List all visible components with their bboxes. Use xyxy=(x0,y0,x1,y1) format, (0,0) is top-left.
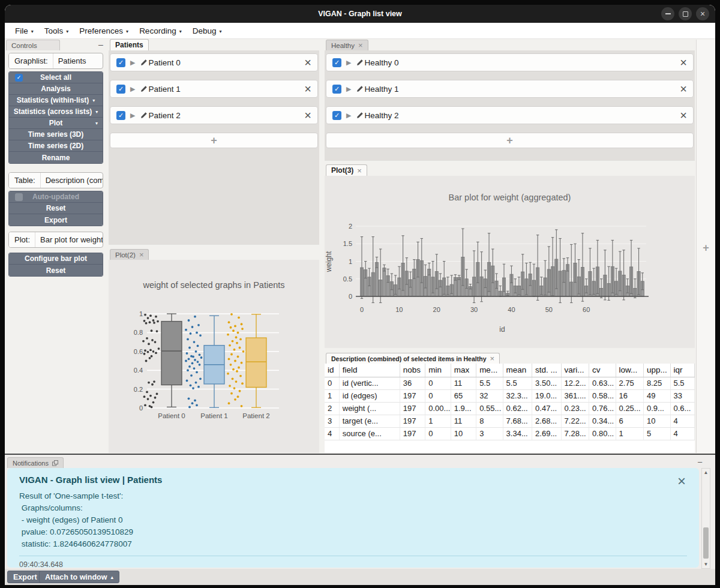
table-row[interactable]: 1id (edges)1970653232.3...19.0...361....… xyxy=(325,389,695,402)
column-header-min[interactable]: min xyxy=(425,364,451,377)
close-item-icon[interactable]: × xyxy=(680,83,687,95)
attach-to-window-button[interactable]: Attach to window▴ xyxy=(39,571,119,583)
sidebar-button-export[interactable]: Export xyxy=(9,214,103,226)
tab-plot3-close-icon[interactable]: × xyxy=(357,166,362,175)
sidebar-button-analysis[interactable]: Analysis xyxy=(9,83,103,95)
item-checkbox-checked[interactable]: ✓ xyxy=(332,111,341,120)
sidebar-button-plot[interactable]: Plot▾ xyxy=(9,118,103,129)
column-header-low[interactable]: low... xyxy=(616,364,643,377)
graphlist-combo[interactable]: Graphlist: Patients xyxy=(8,53,103,69)
sidebar-button-auto-updated[interactable]: Auto-updated xyxy=(9,191,103,203)
column-header-mean[interactable]: mean xyxy=(503,364,532,377)
table-row[interactable]: 4source (e...19701033.34...2.69...7.28..… xyxy=(325,427,695,440)
tab-plot3[interactable]: Plot(3)× xyxy=(326,164,367,176)
tab-description-table[interactable]: Description (combined) of selected items… xyxy=(326,353,500,364)
scroll-down-icon[interactable]: ▼ xyxy=(702,562,710,567)
sidebar-button-time-series-2d[interactable]: Time series (2D) xyxy=(9,140,103,152)
checkbox-unchecked-icon[interactable] xyxy=(15,193,23,201)
tab-healthy[interactable]: Healthy× xyxy=(326,40,368,50)
item-checkbox-checked[interactable]: ✓ xyxy=(332,85,341,94)
scroll-up-icon[interactable]: ▲ xyxy=(702,470,710,475)
column-header-iqr[interactable]: iqr xyxy=(670,364,695,377)
item-checkbox-checked[interactable]: ✓ xyxy=(332,58,341,67)
item-checkbox-checked[interactable]: ✓ xyxy=(116,85,125,94)
edit-pencil-icon[interactable] xyxy=(140,85,148,93)
expand-arrow-icon[interactable]: ▶ xyxy=(346,59,351,67)
close-item-icon[interactable]: × xyxy=(680,109,687,121)
sidebar-button-rename[interactable]: Rename xyxy=(9,152,103,163)
titlebar[interactable]: VIGAN - Graph list view × xyxy=(5,5,715,23)
close-item-icon[interactable]: × xyxy=(304,109,311,121)
edit-pencil-icon[interactable] xyxy=(356,59,364,67)
expand-arrow-icon[interactable]: ▶ xyxy=(346,112,351,119)
add-graph-button[interactable]: + xyxy=(326,133,694,148)
tab-plot2[interactable]: Plot(2)× xyxy=(110,249,149,260)
sidebar-button-reset[interactable]: Reset xyxy=(9,265,103,276)
edit-pencil-icon[interactable] xyxy=(356,112,364,119)
column-header-me[interactable]: me... xyxy=(476,364,503,377)
item-checkbox-checked[interactable]: ✓ xyxy=(116,58,125,67)
menu-preferences[interactable]: Preferences▾ xyxy=(74,24,134,38)
menu-tools[interactable]: Tools▾ xyxy=(39,24,74,38)
close-item-icon[interactable]: × xyxy=(304,56,311,68)
add-graph-button[interactable]: + xyxy=(110,133,318,148)
column-header-nobs[interactable]: nobs xyxy=(400,364,425,377)
table-combo[interactable]: Table: Description (combined) xyxy=(8,172,103,188)
menu-recording[interactable]: Recording▾ xyxy=(134,24,187,38)
tab-healthy-close-icon[interactable]: × xyxy=(358,41,363,50)
table-row[interactable]: 3target (e...19711187.68...2.68...7.22..… xyxy=(325,415,695,427)
new-list-tab-button[interactable]: + xyxy=(697,242,715,254)
column-header-vari[interactable]: vari... xyxy=(561,364,589,377)
close-item-icon[interactable]: × xyxy=(304,83,311,95)
tab-description-table-close-icon[interactable]: × xyxy=(490,354,494,363)
menu-file[interactable]: File▾ xyxy=(10,24,39,38)
export-notifications-button[interactable]: Export xyxy=(7,571,43,583)
edit-pencil-icon[interactable] xyxy=(356,85,364,93)
sidebar-button-reset[interactable]: Reset xyxy=(9,203,103,214)
checkbox-checked-icon[interactable]: ✓ xyxy=(15,74,23,82)
graph-item-healthy-2[interactable]: ✓▶Healthy 2× xyxy=(326,106,694,124)
sidebar-button-time-series-3d[interactable]: Time series (3D) xyxy=(9,129,103,140)
edit-pencil-icon[interactable] xyxy=(140,59,148,67)
column-header-max[interactable]: max xyxy=(451,364,476,377)
plot-combo[interactable]: Plot: Bar plot for weight xyxy=(8,232,103,248)
tab-plot2-close-icon[interactable]: × xyxy=(139,250,144,259)
detach-window-icon[interactable] xyxy=(52,460,58,466)
graph-item-patient-2[interactable]: ✓▶Patient 2× xyxy=(110,106,318,124)
close-button[interactable]: × xyxy=(696,7,709,20)
graph-item-healthy-1[interactable]: ✓▶Healthy 1× xyxy=(326,80,694,98)
menu-debug[interactable]: Debug▾ xyxy=(187,24,227,38)
sidebar-button-select-all[interactable]: ✓Select all xyxy=(9,72,103,83)
minimize-notifications-icon[interactable]: – xyxy=(698,457,702,466)
sidebar-button-configure-bar-plot[interactable]: Configure bar plot xyxy=(9,253,103,265)
sidebar-button-statistics-within-list[interactable]: Statistics (within-list)▾ xyxy=(9,95,103,106)
item-checkbox-checked[interactable]: ✓ xyxy=(116,111,125,120)
graph-item-patient-0[interactable]: ✓▶Patient 0× xyxy=(110,53,318,71)
expand-arrow-icon[interactable]: ▶ xyxy=(130,59,135,67)
graph-item-patient-1[interactable]: ✓▶Patient 1× xyxy=(110,80,318,98)
expand-arrow-icon[interactable]: ▶ xyxy=(130,112,135,119)
notification-close-icon[interactable]: × xyxy=(677,474,686,488)
notifications-scrollbar[interactable]: ▲ ▼ xyxy=(701,468,710,569)
tab-notifications[interactable]: Notifications xyxy=(7,457,64,468)
tab-patients[interactable]: Patients xyxy=(110,39,149,50)
maximize-button[interactable] xyxy=(679,7,692,20)
graph-item-healthy-0[interactable]: ✓▶Healthy 0× xyxy=(326,53,694,71)
sidebar-button-statistics-across-lists[interactable]: Statistics (across lists)▾ xyxy=(9,106,103,118)
expand-arrow-icon[interactable]: ▶ xyxy=(130,85,135,93)
column-header-upp[interactable]: upp... xyxy=(644,364,670,377)
minimize-button[interactable] xyxy=(661,7,674,20)
expand-arrow-icon[interactable]: ▶ xyxy=(346,85,351,93)
table-row[interactable]: 0id (vertic...360115.55.53.50...12.2...0… xyxy=(325,377,695,389)
collapse-controls-button[interactable]: – xyxy=(96,40,106,49)
tab-controls[interactable]: Controls xyxy=(6,40,60,50)
scroll-thumb[interactable] xyxy=(703,527,709,559)
table-row[interactable]: 2weight (...1970.00...1.9...0.55...0.62.… xyxy=(325,402,695,415)
edit-pencil-icon[interactable] xyxy=(140,112,148,119)
column-header-std[interactable]: std. ... xyxy=(532,364,562,377)
close-item-icon[interactable]: × xyxy=(680,56,687,68)
column-header-field[interactable]: field xyxy=(339,364,400,377)
column-header-id[interactable]: id xyxy=(325,364,339,377)
maximize-icon xyxy=(683,11,688,17)
column-header-cv[interactable]: cv xyxy=(589,364,616,377)
